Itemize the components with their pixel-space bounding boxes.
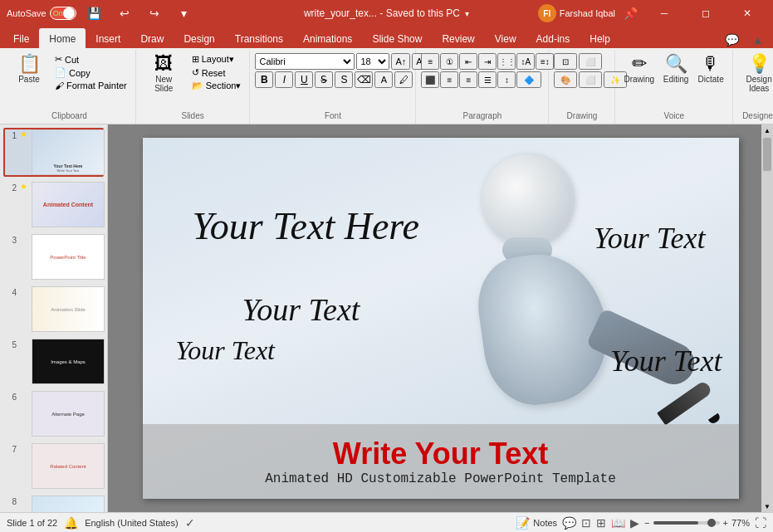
minimize-button[interactable]: ─ (645, 0, 683, 27)
slide-text-3[interactable]: Your Text (242, 291, 360, 328)
section-button[interactable]: 📂 Section▾ (188, 80, 245, 92)
collapse-ribbon-icon[interactable]: ▲ (746, 32, 770, 48)
restore-button[interactable]: ◻ (687, 0, 725, 27)
autosave-switch[interactable]: On (50, 7, 76, 20)
scroll-down-button[interactable]: ▼ (761, 500, 773, 512)
copy-button[interactable]: 📄 Copy (51, 66, 130, 79)
undo-icon[interactable]: ↩ (113, 5, 136, 22)
slide-preview-2: Animated Content (32, 183, 104, 227)
align-left-button[interactable]: ⬛ (421, 71, 439, 88)
tab-draw[interactable]: Draw (130, 28, 174, 48)
bullets-button[interactable]: ≡ (421, 53, 439, 70)
tab-review[interactable]: Review (432, 28, 484, 48)
close-button[interactable]: ✕ (728, 0, 766, 27)
slide-thumb-3[interactable]: 3 PowerPoint Title (3, 232, 104, 281)
tab-file[interactable]: File (3, 28, 39, 48)
align-right-button[interactable]: ≡ (459, 71, 477, 88)
smartart-button[interactable]: 🔷 (516, 71, 541, 88)
line-spacing-button[interactable]: ↕ (497, 71, 516, 88)
tab-view[interactable]: View (485, 28, 526, 48)
notes-label[interactable]: Notes (533, 518, 557, 528)
save-icon[interactable]: 💾 (83, 5, 106, 22)
underline-button[interactable]: U (295, 71, 313, 88)
zoom-in-button[interactable]: + (723, 518, 728, 528)
bold-button[interactable]: B (255, 71, 273, 88)
slide-canvas[interactable]: Your Text Here Your Text Your Text Your … (143, 138, 739, 499)
slide-text-5[interactable]: Your Text (610, 344, 722, 378)
slide-num-4: 4 (5, 288, 17, 297)
customize-icon[interactable]: ▾ (173, 5, 196, 22)
vertical-scrollbar[interactable]: ▲ ▼ (761, 124, 773, 512)
scroll-thumb-v[interactable] (763, 138, 771, 171)
design-ideas-button[interactable]: 💡 DesignIdeas (738, 53, 773, 95)
shape-outline-button[interactable]: ⬜ (579, 71, 602, 88)
zoom-percent[interactable]: 77% (731, 518, 750, 528)
slide-thumb-4[interactable]: 4 Animation Slide (3, 285, 104, 334)
paste-button[interactable]: 📋 Paste (8, 53, 50, 85)
comments-icon[interactable]: 💬 (720, 32, 743, 48)
drawing-button[interactable]: ✏ Drawing (620, 53, 658, 85)
increase-font-button[interactable]: A↑ (391, 53, 410, 70)
tab-design[interactable]: Design (174, 28, 224, 48)
tab-addins[interactable]: Add-ins (526, 28, 580, 48)
align-center-button[interactable]: ≡ (440, 71, 458, 88)
dropdown-icon[interactable]: ▾ (465, 9, 469, 18)
redo-icon[interactable]: ↪ (143, 5, 166, 22)
group-slides: 🖼 NewSlide ⊞ Layout▾ ↺ Reset 📂 Section▾ … (136, 50, 251, 124)
slide-thumb-5[interactable]: 5 Images & Maps (3, 337, 104, 386)
highlight-button[interactable]: 🖊 (394, 71, 413, 88)
layout-button[interactable]: ⊞ Layout▾ (188, 53, 245, 66)
slide-text-1[interactable]: Your Text Here (193, 204, 419, 248)
normal-view-icon[interactable]: ⊡ (581, 516, 591, 530)
font-family-select[interactable]: Calibri (255, 53, 355, 70)
shape-fill-button[interactable]: 🎨 (554, 71, 577, 88)
slide-sorter-icon[interactable]: ⊞ (596, 516, 606, 530)
tab-transitions[interactable]: Transitions (225, 28, 293, 48)
dictate-button[interactable]: 🎙 Dictate (694, 53, 727, 85)
reset-button[interactable]: ↺ Reset (188, 66, 245, 79)
comments-status-icon[interactable]: 💬 (562, 516, 576, 530)
tab-help[interactable]: Help (580, 28, 620, 48)
new-slide-button[interactable]: 🖼 NewSlide (141, 53, 187, 95)
slide-thumb-6[interactable]: 6 Alternate Page (3, 389, 104, 438)
font-color-button[interactable]: A (374, 71, 393, 88)
reading-view-icon[interactable]: 📖 (611, 516, 625, 530)
accessibility-icon[interactable]: 🔔 (64, 516, 78, 530)
cut-button[interactable]: ✂ Cut (51, 53, 130, 66)
spellcheck-icon[interactable]: ✓ (185, 516, 195, 530)
decrease-indent-button[interactable]: ⇤ (459, 53, 477, 70)
slide-thumb-7[interactable]: 7 Related Content (3, 442, 104, 491)
arrange-button[interactable]: ⊡ (554, 53, 577, 70)
notes-icon[interactable]: 📝 (516, 516, 530, 530)
columns-button[interactable]: ⋮⋮ (497, 53, 516, 70)
justify-button[interactable]: ☰ (478, 71, 497, 88)
write-your-text[interactable]: Write Your Text (333, 437, 548, 471)
slide-thumb-1[interactable]: 1 ★ Your Text Here Write Your Text (3, 128, 104, 177)
strikethrough-button[interactable]: S̶ (315, 71, 333, 88)
slide-text-4[interactable]: Your Text (176, 335, 275, 366)
font-size-select[interactable]: 18 (356, 53, 389, 70)
zoom-out-button[interactable]: − (644, 518, 649, 528)
increase-indent-button[interactable]: ⇥ (478, 53, 497, 70)
tab-animations[interactable]: Animations (293, 28, 362, 48)
zoom-slider[interactable] (653, 521, 720, 525)
editing-button[interactable]: 🔍 Editing (659, 53, 692, 85)
slide-thumb-8[interactable]: 8 Slide 8 (3, 494, 104, 512)
slideshow-icon[interactable]: ▶ (630, 516, 639, 530)
format-painter-button[interactable]: 🖌 Format Painter (51, 80, 130, 91)
tab-home[interactable]: Home (39, 28, 86, 48)
slide-thumb-2[interactable]: 2 ★ Animated Content (3, 180, 104, 229)
slide-num-7: 7 (5, 445, 17, 454)
shadow-button[interactable]: S (335, 71, 353, 88)
fit-window-icon[interactable]: ⛶ (755, 516, 766, 530)
tab-slideshow[interactable]: Slide Show (362, 28, 432, 48)
italic-button[interactable]: I (275, 71, 293, 88)
tab-insert[interactable]: Insert (86, 28, 130, 48)
clear-format-button[interactable]: ⌫ (355, 71, 373, 88)
ribbon-display-icon[interactable]: 📌 (619, 5, 642, 22)
quick-styles-button[interactable]: ⬜ (579, 53, 602, 70)
slide-text-2[interactable]: Your Text (594, 221, 705, 256)
numbering-button[interactable]: ① (440, 53, 458, 70)
scroll-up-button[interactable]: ▲ (761, 124, 773, 136)
text-direction-button[interactable]: ↕A (516, 53, 535, 70)
